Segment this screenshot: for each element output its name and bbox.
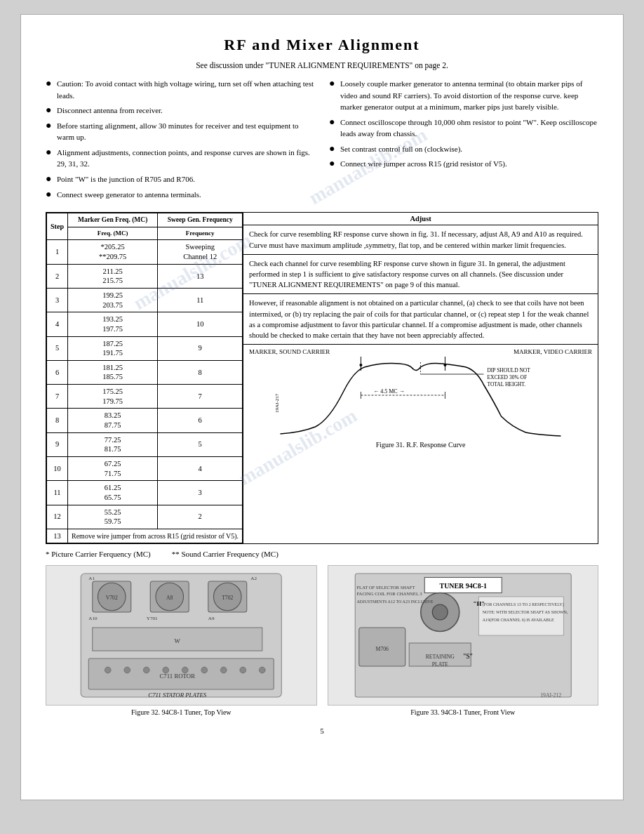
bullet-item: ● Caution: To avoid contact with high vo… [46,78,315,101]
svg-text:A10: A10 [88,616,98,621]
svg-point-38 [182,668,188,674]
page: manualslib.com manualslib.com manualslib… [20,14,624,800]
svg-text:DIP SHOULD NOT: DIP SHOULD NOT [488,367,531,373]
svg-text:EXCEED 30% OF: EXCEED 30% OF [488,374,528,380]
cell-step: 5 [47,336,68,360]
cell-step: 12 [47,505,68,529]
cell-sweep: 4 [158,456,243,480]
bullet-item: ● Before starting alignment, allow 30 mi… [46,120,315,143]
bullet-dot: ● [46,189,53,201]
svg-text:"S": "S" [463,652,473,660]
col-marker-header: Marker Gen Freq. (MC) [68,213,158,227]
cell-sweep: 7 [158,385,243,409]
svg-text:(FOR CHANNELS 13 TO 2 RESPECTI: (FOR CHANNELS 13 TO 2 RESPECTIVELY) [482,603,563,608]
col-marker-subheader: Freq. (MC) [68,227,158,240]
step1-adjust-text: Check for curve resembling RF response c… [243,225,598,254]
cell-sweep: 3 [158,481,243,505]
cell-marker: *205.25**209.75 [68,240,158,264]
bullet-item: ● Disconnect antenna from receiver. [46,105,315,117]
svg-point-60 [432,604,448,620]
table-row: 3 199.25203.75 11 [47,288,243,312]
svg-text:RETAINING: RETAINING [425,654,455,660]
svg-point-3 [444,364,447,366]
bullet-item: ● Loosely couple marker generator to ant… [329,78,598,113]
cell-marker: 67.2571.75 [68,456,158,480]
bullet-dot: ● [46,105,53,117]
bullet-item: ● Connect wire jumper across R15 (grid r… [329,158,598,170]
table-row: 2 211.25215.75 13 [47,264,243,288]
cell-step: 11 [47,481,68,505]
bullet-text: Set contrast control full on (clockwise)… [340,143,598,155]
cell-sweep: 13 [158,264,243,288]
cell-marker: 83.2587.75 [68,409,158,432]
table-row: 7 175.25179.75 7 [47,385,243,409]
curve-labels: MARKER, SOUND CARRIER MARKER, VIDEO CARR… [249,348,592,355]
bullet-item: ● Alignment adjustments, connection poin… [46,147,315,170]
video-carrier-label: MARKER, VIDEO CARRIER [514,348,592,355]
cell-step: 9 [47,432,68,456]
bullet-item: ● Connect sweep generator to antenna ter… [46,189,315,201]
svg-point-41 [240,668,246,674]
left-bullets: ● Caution: To avoid contact with high vo… [46,78,315,204]
svg-text:ADJUSTMENTS A12 TO A23 INCLUSI: ADJUSTMENTS A12 TO A23 INCLUSIVE [356,600,433,604]
svg-text:TUNER 94C8-1: TUNER 94C8-1 [439,582,486,590]
svg-text:A2: A2 [250,576,257,581]
bullet-dot: ● [46,173,53,185]
bullet-text: Connect oscilloscope through 10,000 ohm … [340,117,598,140]
bullets-section: ● Caution: To avoid contact with high vo… [46,78,598,204]
table-row: 6 181.25185.75 8 [47,360,243,384]
bullet-text: Before starting alignment, allow 30 minu… [57,120,315,143]
svg-text:"H": "H" [473,601,485,608]
cell-sweep: SweepingChannel 12 [158,240,243,264]
svg-text:TOTAL HEIGHT.: TOTAL HEIGHT. [488,381,526,388]
cell-sweep: 9 [158,336,243,360]
cell-sweep: 6 [158,409,243,432]
tuner-top-view-svg: V702 A8 T702 W A1 A10 Y701 A9 A2 [46,566,316,705]
svg-text:M706: M706 [375,646,389,652]
page-number: 5 [46,727,598,735]
cell-step: 1 [47,240,68,264]
svg-point-42 [259,668,265,674]
bullet-item: ● Point "W" is the junction of R705 and … [46,173,315,185]
cell-marker: 61.2565.75 [68,481,158,505]
fig33-caption: Figure 33. 94C8-1 Tuner, Front View [328,708,599,716]
bullet-dot: ● [329,158,336,170]
svg-point-37 [163,668,169,674]
bullet-dot: ● [329,117,336,128]
cell-step: 6 [47,360,68,384]
table-row: 4 193.25197.75 10 [47,312,243,336]
svg-text:← 4.5 MC →: ← 4.5 MC → [373,388,404,395]
svg-text:W: W [175,637,181,644]
svg-text:A19(FOR CHANNEL 6) IS AVAILABL: A19(FOR CHANNEL 6) IS AVAILABLE [482,618,554,623]
svg-text:NOTE: WITH SELECTOR SHAFT AS S: NOTE: WITH SELECTOR SHAFT AS SHOWN, [482,611,568,615]
bottom-notes: * Picture Carrier Ferquency (MC) ** Soun… [46,550,598,558]
subtitle: See discussion under "TUNER ALIGNMENT RE… [46,61,598,70]
cell-marker: 211.25215.75 [68,264,158,288]
table-row: 9 77.2581.75 5 [47,432,243,456]
table-row: 11 61.2565.75 3 [47,481,243,505]
svg-text:19AI-217: 19AI-217 [275,394,281,413]
svg-text:FACING COIL FOR CHANNEL 3: FACING COIL FOR CHANNEL 3 [356,591,422,596]
table-row-13: 13 Remove wire jumper from across R15 (g… [47,529,243,543]
figure-32-image: V702 A8 T702 W A1 A10 Y701 A9 A2 [46,565,317,706]
bullet-dot: ● [46,120,53,132]
table-row: 1 *205.25**209.75 SweepingChannel 12 [47,240,243,264]
cell-sweep: 5 [158,432,243,456]
svg-text:A8: A8 [166,595,173,602]
rf-curve-section: MARKER, SOUND CARRIER MARKER, VIDEO CARR… [243,345,598,543]
table-row: 8 83.2587.75 6 [47,409,243,432]
bullet-text: Point "W" is the junction of R705 and R7… [57,173,315,185]
bullet-text: Disconnect antenna from receiver. [57,105,315,117]
step4-note-text: However, if reasonable alignment is not … [243,294,598,345]
adjust-header: Adjust [243,213,598,225]
bullet-dot: ● [46,78,53,90]
cell-step: 8 [47,409,68,432]
fig31-caption: Figure 31. R.F. Response Curve [249,441,592,449]
tuner-front-view-svg: TUNER 94C8-1 (FOR CHANNELS 13 TO 2 RESPE… [328,566,598,705]
cell-marker: 181.25185.75 [68,360,158,384]
table-row: 5 187.25191.75 9 [47,336,243,360]
cell-step: 13 [47,529,68,543]
alignment-table: Step Marker Gen Freq. (MC) Sweep Gen. Fr… [46,213,243,543]
cell-step: 7 [47,385,68,409]
svg-text:V702: V702 [106,595,118,602]
